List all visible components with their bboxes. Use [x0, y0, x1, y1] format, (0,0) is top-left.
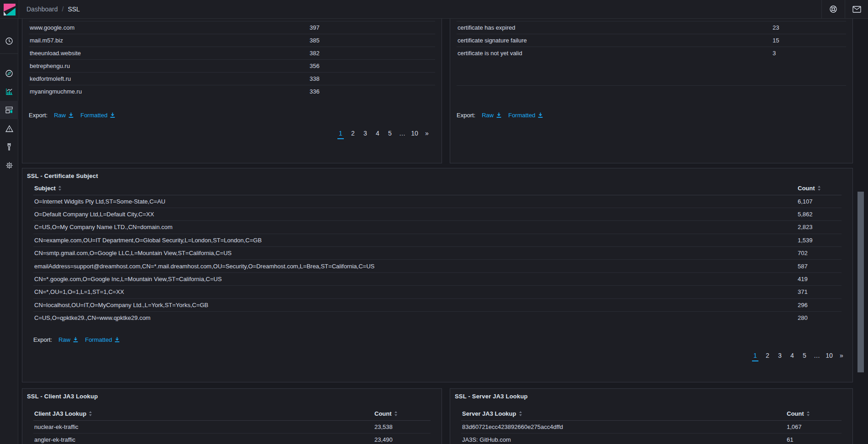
cell-count: 15 — [772, 34, 846, 47]
table-row: kedfortmoleft.ru338 — [29, 73, 435, 85]
nav-discover[interactable] — [0, 64, 18, 83]
table-row: CN=*.google.com,O=Google Inc,L=Mountain … — [33, 272, 842, 285]
breadcrumb-separator: / — [58, 5, 68, 13]
panel-title: SSL - Client JA3 Lookup — [22, 389, 442, 400]
column-header-label[interactable]: Client JA3 Lookup — [33, 407, 374, 420]
page-5[interactable]: 5 — [385, 129, 395, 138]
export-raw-link[interactable]: Raw — [54, 112, 74, 119]
cell-label: myaningmuchme.ru — [29, 85, 309, 98]
gear-icon — [5, 161, 14, 170]
table-row: certificate signature failure15 — [457, 34, 846, 47]
nav-visualize[interactable] — [0, 83, 18, 101]
cell-count: 356 — [309, 60, 435, 73]
cell-count: 23,490 — [374, 433, 431, 444]
mail-button[interactable] — [845, 0, 868, 18]
cell-subject: C=US,O=My Company Name LTD.,CN=domain.co… — [33, 221, 797, 234]
table-header-row: Client JA3 Lookup Count — [33, 407, 431, 420]
table-row: emailAddress=support@dreamhost.com,CN=*.… — [33, 260, 842, 272]
kibana-logo[interactable] — [0, 0, 19, 19]
cell-subject: CN=example.com,OU=IT Department,O=Global… — [33, 234, 797, 246]
page-next[interactable]: » — [837, 351, 846, 360]
export-label: Export: — [33, 336, 52, 343]
table-row: CN=smtp.gmail.com,O=Google LLC,L=Mountai… — [33, 247, 842, 260]
table-footer-line — [457, 60, 846, 86]
download-icon — [110, 112, 116, 118]
nav-dashboard[interactable] — [0, 101, 18, 119]
top-domains-table: www.google.com397 mail.m57.biz385 theeun… — [29, 21, 435, 98]
export-formatted-link[interactable]: Formatted — [80, 112, 116, 119]
table-row: O=Internet Widgits Pty Ltd,ST=Some-State… — [33, 195, 842, 208]
sort-icon — [817, 186, 821, 191]
table-row: C=US,O=qpktke29.,CN=www.qpktke29.com280 — [33, 312, 842, 324]
page-3[interactable]: 3 — [775, 351, 784, 360]
cell-subject: CN=localhost,OU=IT,O=MyCompany Ltd.,L=Yo… — [33, 298, 797, 311]
page-2[interactable]: 2 — [348, 129, 358, 138]
export-label: Export: — [457, 112, 475, 119]
nav-recent[interactable] — [0, 32, 18, 50]
cell-label: betrephengu.ru — [29, 60, 309, 73]
cell-subject: O=Default Company Ltd,L=Default City,C=X… — [33, 208, 797, 220]
page-4[interactable]: 4 — [373, 129, 382, 138]
panel-title: SSL - Server JA3 Lookup — [450, 389, 852, 400]
column-header-count[interactable]: Count — [797, 182, 842, 195]
column-header-count[interactable]: Count — [374, 407, 431, 420]
table-row: C=US,O=My Company Name LTD.,CN=domain.co… — [33, 221, 842, 234]
page-10[interactable]: 10 — [410, 129, 419, 138]
export-controls: Export: Raw Formatted — [457, 112, 846, 119]
server-ja3-table: Server JA3 Lookup Count 83d60721ecc42389… — [461, 407, 842, 444]
breadcrumb: Dashboard / SSL — [19, 0, 821, 18]
cell-count: 1,067 — [786, 420, 842, 433]
export-controls: Export: Raw Formatted — [33, 336, 842, 343]
cell-count: 587 — [797, 260, 842, 272]
page-next[interactable]: » — [422, 129, 431, 138]
nav-devtools[interactable] — [0, 138, 18, 156]
page-4[interactable]: 4 — [788, 351, 797, 360]
table-row: CN=example.com,OU=IT Department,O=Global… — [33, 234, 842, 246]
breadcrumb-dashboard[interactable]: Dashboard — [26, 5, 58, 13]
page-2[interactable]: 2 — [763, 351, 772, 360]
cell-count: 419 — [797, 272, 842, 285]
export-formatted-link[interactable]: Formatted — [508, 112, 543, 119]
sort-icon — [806, 411, 810, 416]
export-raw-link[interactable]: Raw — [482, 112, 502, 119]
page-5[interactable]: 5 — [800, 351, 809, 360]
nav-alerts[interactable] — [0, 120, 18, 138]
panel-cert-status: certificate has expired23 certificate si… — [450, 19, 853, 163]
table-row: angler-ek-traffic23,490 — [33, 433, 431, 444]
download-icon — [68, 112, 74, 118]
nav-expand[interactable] — [0, 441, 18, 444]
help-button[interactable] — [821, 0, 845, 18]
cell-count: 702 — [797, 247, 842, 260]
table-row: certificate is not yet valid3 — [457, 47, 846, 60]
page-scrollbar[interactable] — [857, 192, 864, 372]
page-10[interactable]: 10 — [825, 351, 834, 360]
cell-subject: CN=*,OU=1,O=1,L=1,ST=1,C=XX — [33, 286, 797, 298]
page-1[interactable]: 1 — [751, 351, 760, 360]
sort-icon — [519, 411, 522, 416]
cell-count: 385 — [309, 34, 435, 47]
column-header-subject[interactable]: Subject — [33, 182, 797, 195]
mail-icon — [852, 6, 861, 13]
column-header-count[interactable]: Count — [786, 407, 842, 420]
cell-label: theeunload.website — [29, 47, 309, 60]
cell-count: 371 — [797, 286, 842, 298]
page-3[interactable]: 3 — [361, 129, 370, 138]
nav-divider — [0, 53, 18, 54]
panel-client-ja3: SSL - Client JA3 Lookup Client JA3 Looku… — [22, 388, 442, 444]
sort-icon — [89, 411, 92, 416]
client-ja3-table: Client JA3 Lookup Count nuclear-ek-traff… — [33, 407, 431, 444]
nav-management[interactable] — [0, 156, 18, 174]
column-header-label[interactable]: Server JA3 Lookup — [461, 407, 786, 420]
cell-count: 23,538 — [374, 420, 431, 433]
cell-count: 2,823 — [797, 221, 842, 234]
table-row: O=Default Company Ltd,L=Default City,C=X… — [33, 208, 842, 220]
page-1[interactable]: 1 — [336, 129, 345, 138]
cert-status-table: certificate has expired23 certificate si… — [457, 21, 846, 60]
breadcrumb-current: SSL — [68, 5, 79, 13]
download-icon — [496, 112, 502, 118]
cell-label: mail.m57.biz — [29, 34, 309, 47]
panel-server-ja3: SSL - Server JA3 Lookup Server JA3 Looku… — [450, 388, 853, 444]
export-formatted-link[interactable]: Formatted — [85, 336, 120, 343]
export-raw-link[interactable]: Raw — [58, 336, 79, 343]
page-ellipsis: … — [812, 351, 821, 360]
